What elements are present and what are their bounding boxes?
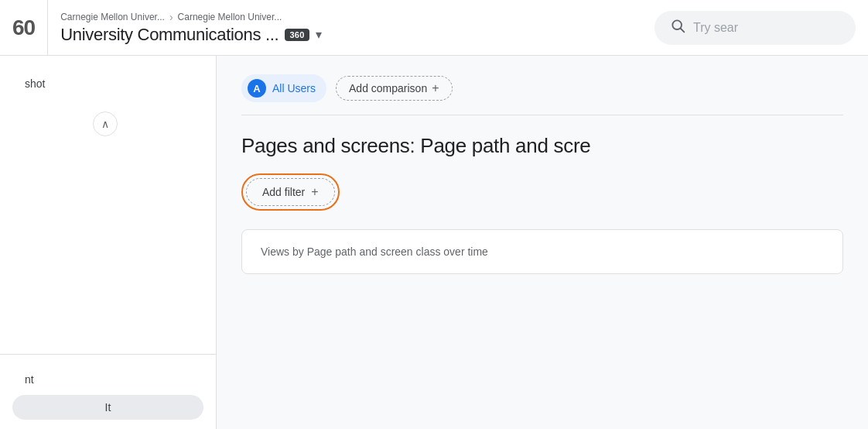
add-filter-label: Add filter bbox=[262, 186, 305, 198]
sidebar-collapse-button[interactable]: ∧ bbox=[93, 112, 118, 136]
breadcrumb-child[interactable]: Carnegie Mellon Univer... bbox=[178, 12, 282, 22]
badge-360: 360 bbox=[285, 29, 309, 41]
sidebar-bottom-item[interactable]: It bbox=[12, 395, 203, 420]
add-comparison-button[interactable]: Add comparison + bbox=[336, 76, 453, 101]
main-layout: shot ∧ nt It A All Users Add comparison … bbox=[0, 56, 868, 429]
breadcrumb-main: University Communications ... 360 ▾ bbox=[60, 25, 322, 45]
search-placeholder: Try sear bbox=[693, 21, 738, 35]
add-comparison-label: Add comparison bbox=[349, 82, 427, 94]
chart-card: Views by Page path and screen class over… bbox=[241, 229, 843, 274]
sidebar-top: shot ∧ bbox=[0, 56, 216, 354]
all-users-chip[interactable]: A All Users bbox=[241, 74, 326, 102]
breadcrumb-separator-icon: › bbox=[169, 11, 173, 23]
search-icon bbox=[670, 18, 685, 37]
breadcrumb-top: Carnegie Mellon Univer... › Carnegie Mel… bbox=[60, 11, 322, 23]
all-users-label: All Users bbox=[272, 82, 316, 94]
all-users-avatar: A bbox=[248, 79, 266, 98]
sidebar-bottom: nt It bbox=[0, 354, 216, 429]
search-bar[interactable]: Try sear bbox=[654, 11, 856, 45]
header-left: 60 Carnegie Mellon Univer... › Carnegie … bbox=[0, 0, 654, 56]
header: 60 Carnegie Mellon Univer... › Carnegie … bbox=[0, 0, 868, 56]
add-filter-button[interactable]: Add filter + bbox=[246, 178, 335, 206]
page-title-header: University Communications ... bbox=[60, 25, 279, 45]
chart-card-title: Views by Page path and screen class over… bbox=[261, 245, 824, 258]
content-area: A All Users Add comparison + Pages and s… bbox=[217, 56, 868, 429]
add-filter-section: Add filter + bbox=[241, 173, 843, 211]
breadcrumb-area: Carnegie Mellon Univer... › Carnegie Mel… bbox=[60, 11, 322, 45]
sidebar-partial-bottom: nt bbox=[12, 364, 203, 395]
sidebar: shot ∧ nt It bbox=[0, 56, 217, 429]
logo: 60 bbox=[12, 0, 48, 56]
add-filter-plus-icon: + bbox=[311, 185, 318, 199]
filter-row: A All Users Add comparison + bbox=[241, 74, 843, 115]
add-filter-highlight: Add filter + bbox=[241, 173, 340, 211]
breadcrumb-parent[interactable]: Carnegie Mellon Univer... bbox=[60, 12, 165, 22]
sidebar-partial-top: shot bbox=[12, 68, 203, 99]
svg-line-1 bbox=[681, 29, 685, 33]
dropdown-arrow-icon[interactable]: ▾ bbox=[316, 27, 322, 42]
report-title: Pages and screens: Page path and scre bbox=[241, 134, 843, 158]
add-comparison-plus-icon: + bbox=[432, 81, 439, 95]
